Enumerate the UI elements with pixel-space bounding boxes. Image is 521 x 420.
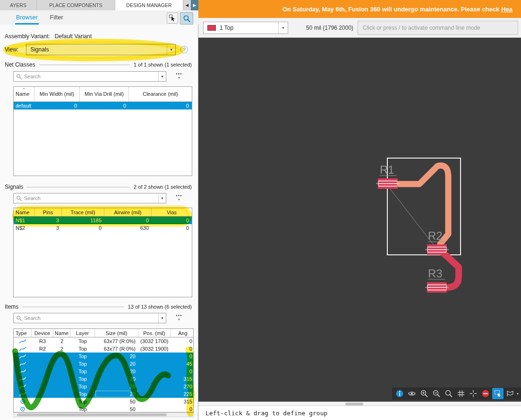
banner-link[interactable]: Hea — [501, 6, 512, 13]
cell: 0 — [152, 224, 192, 232]
column-header[interactable]: Size (mil) — [95, 329, 138, 337]
assembly-variant-row: Assembly Variant: Default Variant — [5, 33, 92, 40]
column-header[interactable]: Pos. (mil) — [138, 329, 171, 337]
tab-label: PLACE COMPONENTS — [49, 2, 102, 8]
section-count: 2 of 2 shown (1 selected) — [134, 184, 192, 190]
table-body: R32Top63x77 (R:0%)(3032 1700)0R22Top63x7… — [14, 337, 193, 412]
cell: Top — [70, 390, 95, 398]
section-count: 1 of 1 shown (1 selected) — [134, 62, 192, 67]
column-header[interactable]: Min Width (mil) — [34, 87, 80, 101]
trace-n2[interactable] — [441, 251, 459, 287]
ref-label-r2[interactable]: R2 — [428, 229, 443, 242]
tab-scroll-right-icon[interactable]: ▶ — [191, 0, 198, 10]
command-line-input[interactable] — [358, 21, 518, 35]
cell: 0 — [171, 337, 194, 345]
visibility-button[interactable] — [406, 388, 418, 399]
column-header[interactable]: Airwire (mil) — [104, 208, 152, 216]
signals-search[interactable]: Search ▾ — [13, 193, 166, 203]
canvas-horizontal-scrollbar[interactable] — [198, 402, 521, 405]
table-row[interactable]: R22Top63x77 (R:0%)(3032 1900)0 — [14, 345, 193, 353]
tab-design-manager[interactable]: DESIGN MANAGER — [115, 0, 183, 10]
items-horizontal-scrollbar[interactable] — [13, 412, 194, 417]
table-row[interactable]: N$13118500 — [14, 217, 192, 224]
chevron-down-icon[interactable]: ▾ — [517, 392, 519, 396]
cell: Top — [70, 337, 95, 345]
layer-dropdown-value: 1 Top — [220, 25, 233, 31]
grid-icon — [457, 389, 465, 398]
table-row[interactable]: N$2306300 — [14, 224, 192, 232]
grid-button[interactable] — [455, 388, 467, 399]
via-icon — [20, 399, 26, 404]
item-type-cell — [14, 368, 32, 375]
column-header[interactable]: Name — [53, 329, 70, 337]
table-row[interactable]: R32Top63x77 (R:0%)(3032 1700)0 — [14, 337, 193, 345]
table-row[interactable]: Top2045 — [14, 360, 193, 368]
table-row[interactable]: Top50315 — [14, 398, 193, 405]
pcb-canvas[interactable]: R1 R2 R3 — [198, 38, 521, 402]
cell: 50 — [95, 405, 138, 412]
column-header[interactable]: Trace (mil) — [62, 208, 104, 216]
items-menu-button[interactable]: ••• ▾ — [171, 313, 187, 321]
ref-label-r1[interactable]: R1 — [380, 163, 394, 176]
column-header[interactable]: ^Name — [14, 208, 34, 216]
signals-menu-button[interactable]: ••• ▾ — [171, 193, 187, 201]
maintenance-banner: On Saturday, May 6th, Fusion 360 will un… — [198, 0, 521, 18]
column-header[interactable]: Min Via Drill (mil) — [80, 87, 129, 101]
section-count: 13 of 13 shown (6 selected) — [128, 304, 192, 310]
column-header[interactable]: Device — [32, 329, 53, 337]
column-header[interactable]: Ang — [171, 329, 194, 337]
cell — [138, 368, 171, 375]
zoom-in-button[interactable] — [419, 388, 430, 399]
zoom-fit-button[interactable] — [443, 388, 454, 399]
table-row[interactable]: Top500 — [14, 405, 193, 412]
component-r1-pads[interactable] — [376, 178, 400, 189]
table-row[interactable]: default000 — [14, 102, 192, 109]
column-header[interactable]: ^Type — [14, 329, 32, 337]
tab-layers[interactable]: AYERS — [0, 0, 37, 10]
group-mode-button[interactable] — [504, 388, 516, 399]
column-header[interactable]: Vias — [152, 208, 192, 216]
wire-icon — [19, 361, 26, 367]
subtab-filter[interactable]: Filter — [49, 12, 64, 25]
table-row[interactable]: Top200 — [14, 353, 193, 360]
cell: 0 — [34, 102, 80, 109]
layer-dropdown[interactable]: 1 Top ▾ — [203, 22, 288, 34]
subtab-browser[interactable]: Browser — [15, 12, 39, 25]
table-row[interactable]: Top20270 — [14, 383, 193, 390]
net-classes-menu-button[interactable]: ••• ▾ — [171, 72, 187, 79]
cell: 20 — [95, 368, 138, 375]
column-header[interactable]: Layer — [70, 329, 95, 337]
crosshair-button[interactable] — [468, 388, 479, 399]
zoom-out-button[interactable] — [431, 388, 442, 399]
tab-place-components[interactable]: PLACE COMPONENTS — [37, 0, 115, 10]
tab-scroll-left-icon[interactable]: ◀ — [183, 0, 191, 10]
marquee-select-button[interactable] — [492, 388, 504, 399]
info-button[interactable] — [394, 388, 405, 399]
search-placeholder: Search — [24, 315, 158, 321]
assembly-variant-value: Default Variant — [55, 33, 92, 40]
component-r3-pads[interactable] — [425, 282, 449, 293]
cell: 50 — [95, 398, 138, 405]
scrollbar-thumb[interactable] — [17, 413, 167, 416]
pcb-drawing: R1 R2 R3 — [198, 38, 521, 402]
column-header[interactable]: Pins — [34, 208, 62, 216]
items-search[interactable]: Search ▾ — [13, 313, 166, 323]
net-classes-search[interactable]: Search ▾ — [13, 71, 166, 82]
help-button[interactable]: ? — [180, 46, 188, 53]
view-dropdown[interactable]: Signals ▾ — [26, 44, 176, 55]
table-row[interactable]: Top200 — [14, 368, 193, 375]
table-header-row: ^NamePinsTrace (mil)Airwire (mil)Vias — [14, 208, 192, 217]
wire-icon — [19, 339, 26, 344]
delete-button[interactable] — [480, 388, 491, 399]
ref-label-r3[interactable]: R3 — [428, 267, 443, 280]
chevron-down-icon: ▾ — [171, 318, 187, 321]
no-entry-icon — [481, 389, 490, 398]
table-row[interactable]: Top20225 — [14, 390, 193, 398]
select-mode-button[interactable] — [167, 12, 178, 24]
column-header[interactable]: Clearance (mil) — [129, 87, 192, 101]
table-body: N$13118500N$2306300 — [14, 217, 192, 232]
table-row[interactable]: Top20315 — [14, 375, 193, 383]
column-header[interactable]: ^Name — [14, 87, 34, 101]
zoom-selection-button[interactable] — [180, 12, 193, 25]
component-r2-pads[interactable] — [425, 244, 449, 255]
